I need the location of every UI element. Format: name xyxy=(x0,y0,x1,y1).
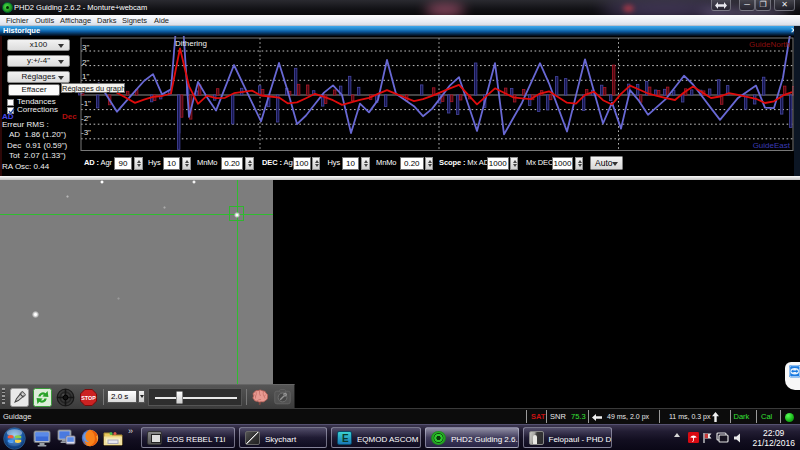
svg-text:STOP: STOP xyxy=(81,395,96,401)
